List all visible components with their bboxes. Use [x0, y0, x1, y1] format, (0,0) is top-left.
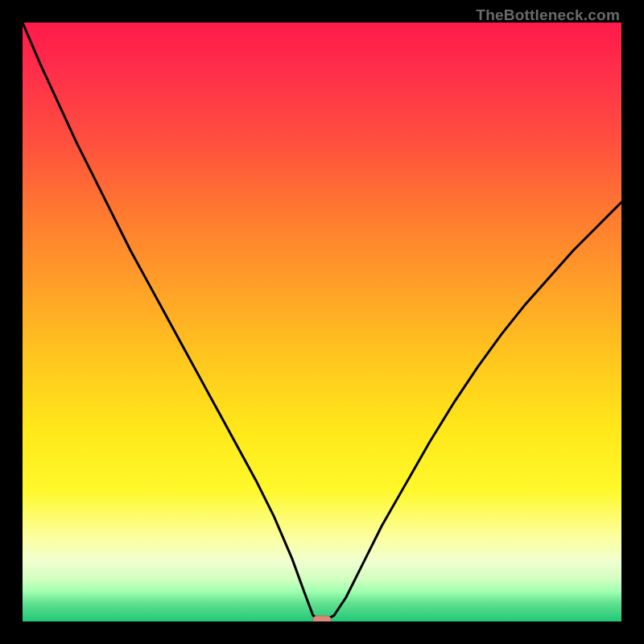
watermark-label: TheBottleneck.com	[476, 6, 620, 24]
minimum-marker	[312, 616, 332, 622]
curve-svg	[23, 23, 621, 621]
data-curve	[23, 23, 621, 621]
plot-area	[23, 23, 621, 621]
chart-container: TheBottleneck.com	[0, 0, 644, 644]
